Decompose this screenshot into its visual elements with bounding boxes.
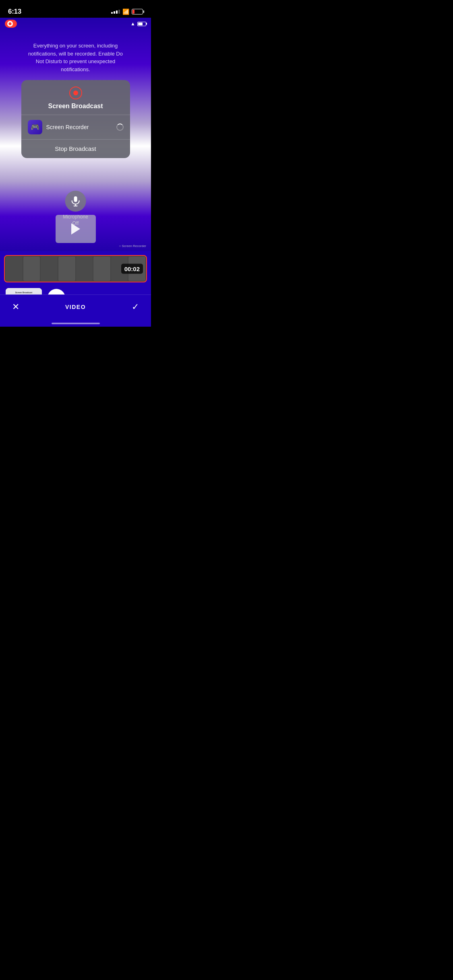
phone-screen: ▲ Everything on your screen, including n… [0, 18, 151, 251]
microphone-button[interactable] [65, 191, 86, 212]
status-icons: 📶 [111, 8, 143, 15]
timeline-strip[interactable]: 00:02 [4, 255, 147, 282]
editor-area: 00:02 Screen Broadcast ● Screen Recorder… [0, 251, 151, 327]
recorder-app-icon: 🎮 [28, 120, 42, 134]
timeline-frame [6, 257, 23, 281]
broadcast-title: Screen Broadcast [29, 103, 122, 110]
phone-top-bar: ▲ [0, 18, 151, 30]
phone-battery-icon [137, 22, 146, 26]
status-bar: 6:13 📶 [0, 0, 151, 18]
signal-icon [111, 10, 120, 14]
status-time: 6:13 [8, 8, 21, 16]
phone-wifi-icon: ▲ [130, 21, 135, 27]
loading-spinner [116, 124, 124, 131]
confirm-button[interactable]: ✓ [132, 302, 139, 312]
battery-icon [132, 9, 143, 14]
broadcast-dialog: Screen Broadcast 🎮 Screen Recorder Stop … [21, 80, 130, 158]
bottom-toolbar: ✕ VIDEO ✓ [0, 294, 151, 327]
recording-indicator [5, 20, 17, 28]
video-preview-button[interactable] [56, 215, 96, 243]
toolbar-title: VIDEO [65, 304, 86, 310]
recording-dot [7, 21, 13, 27]
timeline-frame [76, 257, 93, 281]
home-indicator [52, 323, 100, 324]
timeline-frame [23, 257, 40, 281]
record-dot-icon [69, 86, 82, 99]
record-dot-inner [73, 91, 78, 95]
warning-text: Everything on your screen, including not… [27, 42, 124, 73]
stop-broadcast-label: Stop Broadcast [55, 145, 96, 152]
recorder-row: 🎮 Screen Recorder [21, 115, 130, 140]
play-icon [71, 223, 80, 235]
phone-status-right: ▲ [130, 21, 146, 27]
timeline-timestamp: 00:02 [121, 264, 143, 274]
cancel-button[interactable]: ✕ [12, 302, 19, 312]
timeline-frame [58, 257, 75, 281]
screen-recorder-watermark: ○ Screen Recorder [119, 244, 146, 248]
stop-broadcast-button[interactable]: Stop Broadcast [21, 140, 130, 158]
timeline-frame [41, 257, 58, 281]
microphone-icon [71, 196, 80, 206]
wifi-icon: 📶 [122, 8, 129, 15]
svg-rect-0 [74, 196, 77, 202]
timeline-frame [93, 257, 110, 281]
recorder-name: Screen Recorder [46, 124, 112, 130]
broadcast-header: Screen Broadcast [21, 80, 130, 115]
